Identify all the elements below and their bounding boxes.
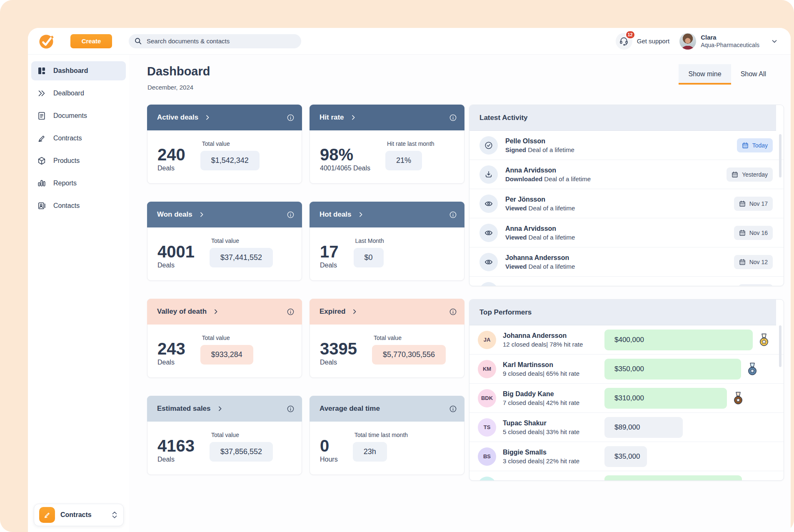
card-header[interactable]: Won deals (147, 202, 302, 227)
card-active-deals: Active deals 240Deals Total value$1,542,… (147, 105, 302, 184)
sidebar-item-dashboard[interactable]: Dashboard (31, 61, 126, 80)
performer-stats: 5 closed deals| 33% hit rate (503, 428, 604, 435)
activity-date-badge[interactable]: Nov 16 (734, 226, 773, 240)
card-header[interactable]: Expired (310, 299, 464, 325)
chevron-right-icon[interactable] (212, 308, 219, 315)
value-pill: $933,284 (200, 345, 253, 365)
eye-icon (479, 224, 498, 242)
activity-row[interactable]: Pelle Olsson Signed Deal of a lifetime T… (469, 131, 784, 160)
chevron-right-icon[interactable] (198, 211, 205, 218)
card-header[interactable]: Average deal time (310, 396, 464, 422)
user-organization: Aqua-Pharmaceuticals (701, 41, 759, 49)
calendar-icon (739, 230, 746, 236)
activity-date-badge[interactable]: Today (737, 138, 773, 152)
activity-name: Anna Arvidsson (505, 225, 727, 232)
performer-amount: $35,000 (614, 452, 640, 461)
headset-icon[interactable]: 12 (616, 33, 632, 50)
performer-stats: 12 closed deals| 78% hit rate (503, 341, 604, 348)
sidebar-item-documents[interactable]: Documents (31, 106, 126, 125)
get-support[interactable]: 12 Get support (616, 33, 669, 50)
info-icon[interactable] (449, 211, 457, 219)
performer-name: Karl Martinsson (503, 361, 604, 369)
search-input[interactable] (146, 37, 298, 45)
sidebar-item-reports[interactable]: Reports (31, 174, 126, 193)
scrollbar-thumb[interactable] (779, 325, 782, 367)
performer-name: Big Daddy Kane (503, 390, 604, 398)
card-hit-rate: Hit rate 98%4001/4065 Deals Hit rate las… (310, 105, 464, 184)
app-window: Create 12 Get support (28, 28, 791, 532)
chevron-right-icon[interactable] (351, 308, 358, 315)
card-header[interactable]: Estimated sales (147, 396, 302, 422)
activity-row[interactable]: Per Jönsson Viewed Deal of a lifetime No… (469, 189, 784, 218)
tab-show-mine[interactable]: Show mine (679, 64, 731, 85)
sidebar-item-dealboard[interactable]: Dealboard (31, 84, 126, 103)
info-icon[interactable] (287, 308, 295, 316)
avatar[interactable] (679, 33, 696, 50)
value-pill: 23h (353, 442, 387, 462)
create-button[interactable]: Create (70, 34, 112, 48)
sidebar-item-products[interactable]: Products (31, 151, 126, 170)
info-icon[interactable] (449, 114, 457, 122)
info-icon[interactable] (287, 114, 295, 122)
chevron-right-icon[interactable] (217, 405, 223, 412)
value-label: Hit rate last month (387, 140, 434, 147)
activity-object: Deal of a lifetime (528, 146, 574, 153)
chevron-right-icon[interactable] (350, 114, 357, 121)
activity-date-badge[interactable]: Nov 17 (734, 197, 773, 211)
chevron-up-down-icon[interactable] (111, 510, 118, 520)
search-bar[interactable] (129, 34, 301, 48)
card-title: Valley of death (157, 307, 207, 316)
scrollbar-thumb[interactable] (779, 134, 782, 177)
avatar (478, 477, 496, 481)
sidebar-item-contacts[interactable]: Contacts (31, 196, 126, 215)
activity-row[interactable]: Johanna Andersson (469, 277, 784, 286)
chevron-right-icon[interactable] (204, 114, 211, 121)
activity-name: Johanna Andersson (505, 254, 727, 262)
activity-row[interactable]: Anna Arvidsson Downloaded Deal of a life… (469, 160, 784, 189)
performer-row[interactable]: JA Johanna Andersson 12 closed deals| 78… (469, 325, 784, 355)
chevron-down-icon[interactable] (771, 37, 778, 45)
performer-row[interactable]: BS Biggie Smalls 3 closed deals| 22% hit… (469, 442, 784, 471)
user-menu[interactable]: Clara Aqua-Pharmaceuticals (679, 33, 778, 50)
activity-date-badge[interactable]: Nov 12 (734, 255, 773, 269)
performer-row[interactable]: Johanna Andersson (469, 471, 784, 481)
activity-row[interactable]: Johanna Andersson Viewed Deal of a lifet… (469, 247, 784, 277)
info-icon[interactable] (287, 211, 295, 219)
card-header[interactable]: Valley of death (147, 299, 302, 325)
page-title: Dashboard (147, 65, 210, 78)
activity-object: Deal of a lifetime (529, 205, 575, 212)
metric-value: 240 (157, 146, 185, 163)
sidebar-item-label: Contacts (53, 202, 80, 210)
performer-row[interactable]: BDK Big Daddy Kane 7 closed deals| 42% h… (469, 384, 784, 413)
info-icon[interactable] (287, 405, 295, 413)
contracts-icon (37, 134, 46, 143)
metric-unit: Hours (320, 456, 338, 463)
value-pill: $0 (354, 248, 384, 267)
performer-row[interactable]: TS Tupac Shakur 5 closed deals| 33% hit … (469, 413, 784, 442)
app-logo-icon[interactable] (38, 33, 55, 50)
workspace-selector[interactable]: Contracts (34, 504, 124, 526)
check-circle-icon (479, 136, 498, 155)
card-header[interactable]: Active deals (147, 105, 302, 130)
performer-amount-bar: $89,000 (604, 417, 683, 438)
card-title: Active deals (157, 113, 198, 122)
eye-icon (479, 195, 498, 213)
card-header[interactable]: Hot deals (310, 202, 464, 227)
card-estimated-sales: Estimated sales 4163Deals Total value$37… (147, 396, 302, 475)
activity-date-badge[interactable]: Yesterday (727, 167, 773, 182)
metric-value: 0 (320, 437, 338, 454)
activity-date-badge[interactable] (739, 284, 773, 287)
calendar-icon (742, 142, 749, 149)
info-icon[interactable] (449, 308, 457, 316)
card-header[interactable]: Hit rate (310, 105, 464, 130)
activity-row[interactable]: Anna Arvidsson Viewed Deal of a lifetime… (469, 218, 784, 247)
performer-row[interactable]: KM Karl Martinsson 9 closed deals| 65% h… (469, 355, 784, 384)
activity-name: Per Jönsson (505, 196, 727, 203)
card-title: Expired (320, 307, 345, 316)
eye-icon (479, 253, 498, 271)
view-tabs: Show mine Show All (679, 64, 776, 85)
chevron-right-icon[interactable] (357, 211, 364, 218)
info-icon[interactable] (449, 405, 457, 413)
sidebar-item-contracts[interactable]: Contracts (31, 129, 126, 148)
tab-show-all[interactable]: Show All (731, 64, 776, 85)
